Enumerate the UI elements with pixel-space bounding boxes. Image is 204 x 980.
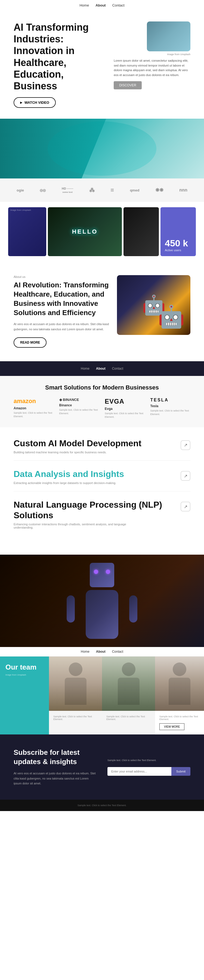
team-info-2: Sample text. Click to select the Text El… (102, 711, 155, 735)
subscribe-title: Subscribe for latest updates & insights (14, 748, 96, 767)
logo-nnn: nnn (179, 188, 187, 192)
partner-tesla: TESLA Tesla Sample text. Click to select… (150, 398, 191, 419)
service-title-2: Data Analysis and Insights (14, 469, 190, 479)
partner-evga: EVGA Evga Sample text. Click to select t… (105, 398, 145, 419)
discover-button[interactable]: DISCOVER (114, 81, 142, 89)
logo-symbol1: ◎◎ (40, 188, 46, 192)
evga-logo: EVGA (105, 398, 145, 405)
hello-text: HELLO (72, 228, 98, 235)
binance-name: Binance (59, 403, 100, 407)
dark-nav-strip: Home About Contact (0, 361, 204, 376)
team-member-3 (155, 657, 204, 711)
services-nav-about[interactable]: About (96, 650, 106, 654)
team-info-3: Sample text. Click to select the Text El… (155, 711, 204, 735)
read-more-button[interactable]: READ MORE (14, 337, 47, 348)
service-item-2: Data Analysis and Insights Extracting ac… (14, 469, 190, 492)
hero-image (147, 21, 190, 51)
team-info-row: Sample text. Click to select the Text El… (0, 711, 204, 735)
binance-desc: Sample text. Click to select the Text El… (59, 408, 100, 415)
amazon-logo: amazon (14, 398, 54, 405)
subscribe-left: Subscribe for latest updates & insights … (14, 748, 96, 786)
service-desc-1: Building tailored machine learning model… (14, 450, 137, 454)
hero-right: Image from Unsplash Lorem ipsum dolor si… (114, 21, 190, 89)
service-item-1: Custom AI Model Development Building tai… (14, 438, 190, 461)
submit-button[interactable]: Submit (171, 767, 190, 776)
hero-title: AI Transforming Industries: Innovation i… (14, 21, 106, 92)
team-image-label: Image from Unsplash (5, 674, 43, 676)
tesla-desc: Sample text. Click to select the Text El… (150, 409, 191, 417)
image-grid: Image from Unsplash HELLO 450 k Active u… (0, 207, 204, 256)
team-info-empty (0, 711, 49, 735)
nav-contact[interactable]: Contact (112, 3, 125, 7)
stat-box: 450 k Active users (161, 207, 196, 256)
logo-ogie: ogie (17, 188, 24, 192)
hero-description: Lorem ipsum dolor sit amet, consectetur … (114, 59, 190, 77)
services-nav-contact[interactable]: Contact (112, 650, 123, 654)
service-arrow-1[interactable]: ↗ (181, 440, 190, 450)
stat-label: Active users (165, 248, 191, 252)
robot-section (0, 555, 204, 647)
service-title-3: Natural Language Processing (NLP) Soluti… (14, 500, 190, 520)
team-info-1: Sample text. Click to select the Text El… (49, 711, 102, 735)
grid-image-3 (124, 207, 159, 256)
partner-amazon: amazon Amazon Sample text. Click to sele… (14, 398, 54, 419)
hero-image-label: Image from Unsplash (114, 53, 190, 56)
amazon-desc: Sample text. Click to select the Text El… (14, 411, 54, 418)
services-nav-home[interactable]: Home (81, 650, 90, 654)
tesla-name: Tesla (150, 404, 191, 408)
about-section: About us AI Revolution: Transforming Hea… (0, 262, 204, 361)
main-nav: Home About Contact (0, 0, 204, 11)
our-team-label: Our team (5, 663, 43, 671)
service-item-3: Natural Language Processing (NLP) Soluti… (14, 500, 190, 536)
about-description: At vero eos et accusam et justo duo dolo… (14, 321, 109, 332)
logo-hd: HD ───some text (62, 187, 73, 193)
about-title: AI Revolution: Transforming Healthcare, … (14, 281, 109, 317)
logo-qmed: qmed (130, 188, 140, 192)
tesla-logo: TESLA (150, 398, 191, 402)
logo-symbol2: ⁂ (89, 187, 95, 193)
service-desc-3: Enhancing customer interactions through … (14, 523, 137, 529)
vr-banner (0, 119, 204, 178)
email-input[interactable] (108, 767, 171, 776)
subscribe-right-desc: Sample text. Click to select the Text El… (108, 758, 190, 762)
footer-text: Sample text. Click to select the Text El… (14, 804, 190, 807)
logo-symbol3: ≡ (111, 186, 114, 194)
partner-binance: ◈ BINANCE Binance Sample text. Click to … (59, 398, 100, 419)
services-nav-overlay: Home About Contact (0, 647, 204, 657)
about-label: About us (14, 275, 109, 278)
team-member-1 (49, 657, 102, 711)
team-member-2 (102, 657, 155, 711)
email-row: Submit (108, 767, 190, 776)
dark-nav-contact[interactable]: Contact (112, 367, 123, 371)
service-desc-2: Extracting actionable insights from larg… (14, 481, 137, 485)
partners-title: Smart Solutions for Modern Businesses (14, 384, 190, 391)
service-title-1: Custom AI Model Development (14, 438, 190, 449)
logo-bb: ❋❋ (155, 187, 164, 193)
team-section: Our team Image from Unsplash (0, 657, 204, 735)
evga-desc: Sample text. Click to select the Text El… (105, 412, 145, 419)
amazon-name: Amazon (14, 406, 54, 410)
subscribe-desc: At vero eos et accusam et justo duo dolo… (14, 771, 96, 786)
dark-strip-nav: Home About Contact (14, 367, 190, 371)
dark-nav-about[interactable]: About (96, 367, 106, 371)
watch-video-button[interactable]: WATCH VIDEO (14, 97, 56, 108)
stat-number: 450 k (165, 238, 191, 248)
nav-about[interactable]: About (95, 3, 106, 7)
service-arrow-2[interactable]: ↗ (181, 471, 190, 481)
subscribe-right: Sample text. Click to select the Text El… (108, 748, 190, 786)
view-more-button[interactable]: VIEW MORE (159, 723, 185, 730)
partners-section: Smart Solutions for Modern Businesses am… (0, 376, 204, 427)
partners-grid: amazon Amazon Sample text. Click to sele… (14, 398, 190, 419)
image-label-small: Image from Unsplash (10, 209, 31, 211)
nav-home[interactable]: Home (79, 3, 89, 7)
about-right: 🤖 (117, 275, 190, 335)
hero-left: AI Transforming Industries: Innovation i… (14, 21, 106, 108)
grid-image-2: HELLO (48, 207, 122, 256)
robot-image: 🤖 (117, 275, 190, 335)
about-left: About us AI Revolution: Transforming Hea… (14, 275, 109, 348)
service-arrow-3[interactable]: ↗ (181, 502, 190, 511)
dark-nav-home[interactable]: Home (81, 367, 90, 371)
robot-figure (0, 555, 204, 647)
footer: Sample text. Click to select the Text El… (0, 800, 204, 811)
team-grid: Our team Image from Unsplash (0, 657, 204, 711)
